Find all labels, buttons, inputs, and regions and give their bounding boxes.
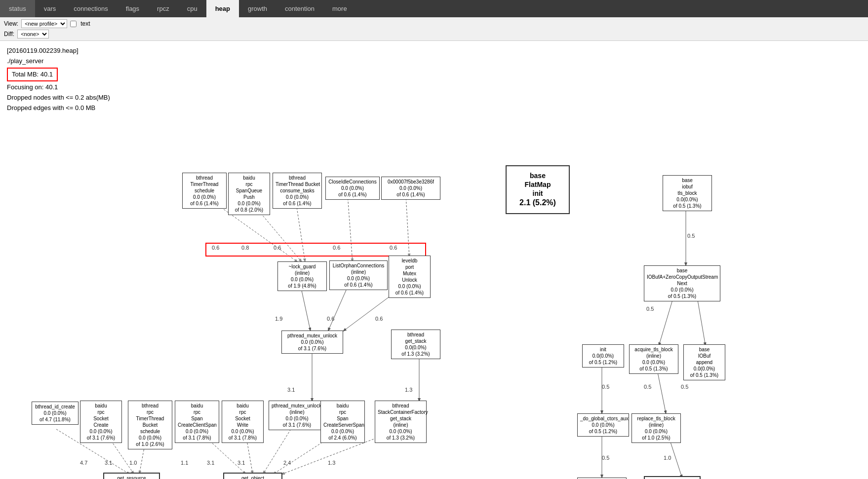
edge-label-0-8: 0.8 — [241, 245, 249, 251]
edge-label-1-1: 1.1 — [181, 460, 188, 466]
node-init[interactable]: init 0.0(0.0%) of 0.5 (1.2%) — [582, 344, 624, 368]
edge-label-r-0-5-4: 0.5 — [644, 384, 651, 390]
node-listorphanconnections[interactable]: ListOrphanConnections (inline) 0.0 (0.0%… — [329, 260, 388, 290]
node-bthread-get-stack[interactable]: bthread get_stack 0.0(0.0%) of 1.3 (3.2%… — [391, 330, 440, 359]
svg-line-7 — [301, 286, 311, 332]
nav-contention[interactable]: contention — [276, 0, 323, 17]
edge-label-2-4: 2.4 — [283, 460, 291, 466]
node-replace-tls-block[interactable]: replace_tls_block (inline) 0.0 (0.0%) of… — [631, 413, 681, 443]
nav-more[interactable]: more — [323, 0, 356, 17]
edge-label-0-6-6: 0.6 — [375, 316, 383, 322]
total-mb-box: Total MB: 40.1 — [7, 68, 58, 82]
node-closeidleconnections[interactable]: CloseIdleConnections 0.0 (0.0%) of 0.6 (… — [325, 177, 380, 200]
edge-label-3-1-2: 3.1 — [105, 460, 112, 466]
nav-rpcz[interactable]: rpcz — [148, 0, 178, 17]
dropped-nodes: Dropped nodes with <= 0.2 abs(MB) — [7, 93, 861, 103]
node-base-iobuf-tls-block[interactable]: base iobuf tls_block 0.0(0.0%) of 0.5 (1… — [663, 175, 712, 211]
node-acquire-tls-block[interactable]: acquire_tls_block (inline) 0.0 (0.0%) of… — [629, 344, 678, 374]
text-checkbox-label: text — [80, 20, 90, 27]
edge-label-4-7: 4.7 — [80, 460, 87, 466]
edge-label-r-0-5-6: 0.5 — [602, 455, 609, 461]
node-pthread-mutex-unlock[interactable]: pthread_mutex_unlock 0.0 (0.0%) of 3.1 (… — [281, 331, 343, 354]
focusing: Focusing on: 40.1 — [7, 82, 861, 93]
info-block: [20160119.002239.heap] ./play_server Tot… — [7, 46, 861, 113]
node-create-block[interactable]: create_block (inline) 1.0 (2.5%) — [644, 476, 701, 479]
view-select[interactable]: <new profile> — [21, 19, 67, 28]
nav-heap[interactable]: heap — [206, 0, 239, 17]
node-0x00007f[interactable]: 0x00007f5be3e3286f 0.0 (0.0%) of 0.6 (1.… — [381, 177, 440, 200]
controls-bar: View: <new profile> text Diff: <none> — [0, 17, 868, 41]
node-baidu-rpc-socket-write[interactable]: baidu rpc Socket Write 0.0 (0.0%) of 3.1… — [222, 401, 264, 443]
node-bthread-timerthread-schedule[interactable]: bthread TimerThread schedule 0.0 (0.0%) … — [182, 173, 227, 209]
node-pthread-mutex-unlock-impl[interactable]: pthread_mutex_unlock_impl (inline) 0.0 (… — [269, 401, 325, 430]
nav-growth[interactable]: growth — [239, 0, 276, 17]
edge-label-1-0: 1.0 — [129, 460, 137, 466]
node-baidu-rpc-span-createclientspan[interactable]: baidu rpc Span CreateClientSpan 0.0 (0.0… — [175, 401, 219, 443]
node-bthread-timerthread-bucket-schedule[interactable]: bthread rpc TimerThread Bucket schedule … — [128, 401, 172, 449]
program: ./play_server — [7, 56, 861, 67]
nav-cpu[interactable]: cpu — [178, 0, 206, 17]
nav-status[interactable]: status — [0, 0, 35, 17]
node-baidu-rpc-spanqueue-push[interactable]: baidu rpc SpanQueue Push 0.0 (0.0%) of 0… — [228, 173, 270, 215]
node-get-resource[interactable]: get_resource (inline) 0.0 (0.0%) of 8.8 … — [103, 473, 160, 479]
diff-select[interactable]: <none> — [17, 30, 49, 38]
edge-label-0-6-5: 0.6 — [327, 316, 334, 322]
nav-connections[interactable]: connections — [65, 0, 117, 17]
svg-line-17 — [263, 429, 291, 475]
edge-label-0-6-2: 0.6 — [274, 245, 281, 251]
dropped-edges: Dropped edges with <= 0.0 MB — [7, 103, 861, 113]
nav-vars[interactable]: vars — [35, 0, 65, 17]
node-do-global-ctors-aux[interactable]: _do_global_ctors_aux 0.0 (0.0%) of 0.5 (… — [577, 413, 629, 437]
node-bthread-timerthread-bucket[interactable]: bthread TimerThread Bucket consume_tasks… — [273, 173, 322, 209]
svg-line-5 — [348, 195, 353, 262]
edge-label-3-1-4: 3.1 — [237, 460, 245, 466]
edge-label-r-0-5-1: 0.5 — [687, 233, 695, 239]
top-nav: status vars connections flags rpcz cpu h… — [0, 0, 868, 17]
node-bthread-id-create[interactable]: bthread_id_create 0.0 (0.0%) of 4.7 (11.… — [32, 402, 79, 425]
node-baidu-rpc-span-createserverspan[interactable]: baidu rpc Span CreateServerSpan 0.0 (0.0… — [320, 401, 365, 443]
edge-label-r-0-5-5: 0.5 — [681, 384, 688, 390]
svg-line-6 — [406, 195, 409, 258]
edge-label-r-0-5-2: 0.5 — [646, 306, 654, 312]
node-get-object[interactable]: get_object (inline) 0.0 (0.0%) of 11.0 (… — [223, 473, 282, 479]
edge-label-3-1-3: 3.1 — [207, 460, 214, 466]
edge-label-0-6-3: 0.6 — [333, 245, 340, 251]
graph-area: bthread TimerThread schedule 0.0 (0.0%) … — [7, 118, 846, 479]
edge-label-1-3: 1.3 — [405, 387, 412, 393]
edge-label-0-6-4: 0.6 — [390, 245, 397, 251]
edge-label-r-0-5-3: 0.5 — [602, 384, 609, 390]
node-lock-guard[interactable]: ~lock_guard (inline) 0.0 (0.0%) of 1.9 (… — [277, 261, 327, 291]
edge-label-r-1-0: 1.0 — [664, 455, 671, 461]
view-label: View: — [4, 20, 18, 27]
node-bthread-stackcontainerfactory-get-stack[interactable]: bthread StackContainerFactory get_stack … — [375, 401, 427, 443]
diff-label: Diff: — [4, 31, 14, 37]
node-iobuf-zerocopy-next[interactable]: base IOBufA+ZeroCopyOutputStream Next 0.… — [644, 265, 720, 301]
node-baidu-rpc-socket-create[interactable]: baidu rpc Socket Create 0.0 (0.0%) of 3.… — [80, 401, 122, 443]
text-checkbox[interactable] — [70, 21, 77, 27]
node-base-iobuf-append[interactable]: base IOBuf append 0.0(0.0%) of 0.5 (1.3%… — [683, 344, 725, 380]
node-leveldb-mutex-unlock[interactable]: leveldb port Mutex Unlock 0.0 (0.0%) of … — [389, 256, 431, 298]
main-content: [20160119.002239.heap] ./play_server Tot… — [0, 41, 868, 479]
edge-label-1-3-2: 1.3 — [328, 460, 335, 466]
filename: [20160119.002239.heap] — [7, 46, 861, 56]
edge-label-3-1: 3.1 — [287, 387, 295, 393]
node-base-flatmap-init[interactable]: base FlatMap init 2.1 (5.2%) — [506, 165, 570, 214]
nav-flags[interactable]: flags — [117, 0, 148, 17]
edge-label-1-9: 1.9 — [275, 316, 282, 322]
edge-label-0-6-1: 0.6 — [212, 245, 219, 251]
